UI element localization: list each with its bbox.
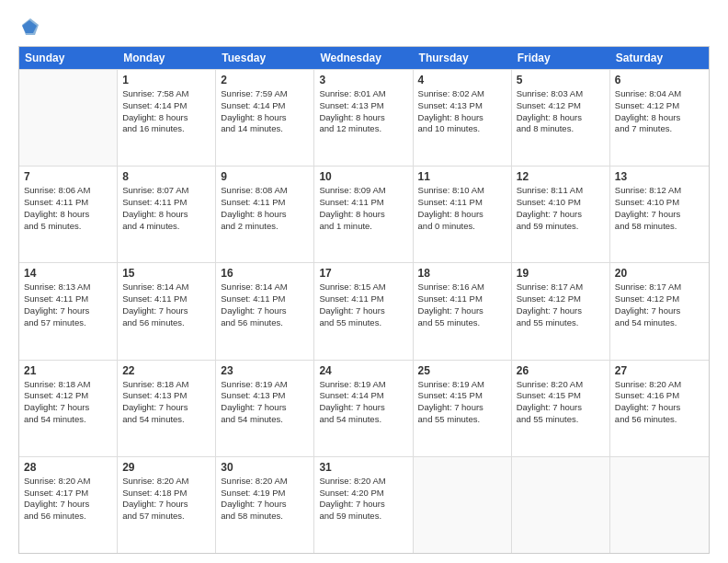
calendar-cell: 16Sunrise: 8:14 AMSunset: 4:11 PMDayligh… (216, 263, 314, 359)
day-number: 26 (517, 364, 605, 377)
header-day-wednesday: Wednesday (314, 47, 413, 69)
calendar-row-5: 28Sunrise: 8:20 AMSunset: 4:17 PMDayligh… (19, 456, 709, 553)
sunrise-text: Sunrise: 8:18 AM (122, 379, 210, 391)
sunrise-text: Sunrise: 7:59 AM (221, 88, 309, 100)
sunset-text: Sunset: 4:15 PM (517, 390, 605, 402)
daylight-text-2: and 7 minutes. (615, 123, 704, 135)
calendar-cell: 17Sunrise: 8:15 AMSunset: 4:11 PMDayligh… (314, 263, 413, 359)
sunset-text: Sunset: 4:13 PM (418, 100, 506, 112)
sunrise-text: Sunrise: 8:20 AM (221, 476, 309, 488)
sunrise-text: Sunrise: 8:03 AM (517, 88, 605, 100)
sunrise-text: Sunrise: 8:14 AM (122, 282, 210, 293)
calendar-cell: 7Sunrise: 8:06 AMSunset: 4:11 PMDaylight… (19, 167, 118, 262)
daylight-text-2: and 5 minutes. (24, 221, 112, 233)
day-number: 21 (24, 364, 112, 377)
calendar-cell: 24Sunrise: 8:19 AMSunset: 4:14 PMDayligh… (314, 361, 413, 456)
calendar-cell (414, 457, 512, 553)
day-number: 17 (319, 267, 407, 280)
daylight-text-2: and 56 minutes. (24, 511, 112, 523)
daylight-text-2: and 55 minutes. (517, 414, 605, 426)
daylight-text: Daylight: 7 hours (221, 499, 309, 511)
calendar-cell (512, 457, 610, 553)
daylight-text-2: and 59 minutes. (517, 221, 605, 233)
daylight-text-2: and 54 minutes. (615, 317, 704, 329)
calendar-cell: 31Sunrise: 8:20 AMSunset: 4:20 PMDayligh… (314, 457, 413, 553)
calendar: SundayMondayTuesdayWednesdayThursdayFrid… (18, 46, 710, 554)
sunset-text: Sunset: 4:15 PM (418, 390, 506, 402)
sunrise-text: Sunrise: 8:12 AM (615, 185, 704, 197)
sunset-text: Sunset: 4:12 PM (517, 100, 605, 112)
sunset-text: Sunset: 4:12 PM (24, 390, 112, 402)
daylight-text: Daylight: 7 hours (24, 402, 112, 414)
calendar-body: 1Sunrise: 7:58 AMSunset: 4:14 PMDaylight… (19, 69, 709, 553)
sunset-text: Sunset: 4:11 PM (319, 293, 407, 305)
sunset-text: Sunset: 4:12 PM (615, 100, 704, 112)
daylight-text-2: and 12 minutes. (319, 123, 407, 135)
daylight-text: Daylight: 7 hours (517, 402, 605, 414)
header (18, 17, 710, 37)
sunset-text: Sunset: 4:13 PM (221, 390, 309, 402)
calendar-cell: 14Sunrise: 8:13 AMSunset: 4:11 PMDayligh… (19, 263, 118, 359)
day-number: 30 (221, 461, 309, 474)
day-number: 31 (319, 461, 407, 474)
daylight-text-2: and 55 minutes. (418, 317, 506, 329)
day-number: 15 (122, 267, 210, 280)
day-number: 14 (24, 267, 112, 280)
daylight-text: Daylight: 7 hours (221, 305, 309, 317)
sunrise-text: Sunrise: 8:17 AM (517, 282, 605, 293)
sunset-text: Sunset: 4:12 PM (615, 293, 704, 305)
sunrise-text: Sunrise: 8:18 AM (24, 379, 112, 391)
calendar-cell: 9Sunrise: 8:08 AMSunset: 4:11 PMDaylight… (216, 167, 314, 262)
sunset-text: Sunset: 4:16 PM (615, 390, 704, 402)
sunrise-text: Sunrise: 8:20 AM (319, 476, 407, 488)
sunset-text: Sunset: 4:14 PM (122, 100, 210, 112)
day-number: 13 (615, 170, 704, 183)
calendar-row-1: 1Sunrise: 7:58 AMSunset: 4:14 PMDaylight… (19, 69, 709, 166)
calendar-cell: 6Sunrise: 8:04 AMSunset: 4:12 PMDaylight… (610, 70, 709, 166)
day-number: 7 (24, 170, 112, 183)
sunset-text: Sunset: 4:11 PM (319, 197, 407, 209)
sunset-text: Sunset: 4:11 PM (418, 293, 506, 305)
calendar-cell: 3Sunrise: 8:01 AMSunset: 4:13 PMDaylight… (314, 70, 413, 166)
daylight-text: Daylight: 7 hours (221, 402, 309, 414)
calendar-cell: 2Sunrise: 7:59 AMSunset: 4:14 PMDaylight… (216, 70, 314, 166)
daylight-text: Daylight: 7 hours (418, 305, 506, 317)
sunrise-text: Sunrise: 8:11 AM (517, 185, 605, 197)
header-day-saturday: Saturday (610, 47, 709, 69)
sunrise-text: Sunrise: 8:06 AM (24, 185, 112, 197)
daylight-text-2: and 54 minutes. (24, 414, 112, 426)
sunset-text: Sunset: 4:14 PM (319, 390, 407, 402)
daylight-text-2: and 8 minutes. (517, 123, 605, 135)
daylight-text: Daylight: 7 hours (319, 499, 407, 511)
daylight-text-2: and 56 minutes. (221, 317, 309, 329)
calendar-cell (610, 457, 709, 553)
daylight-text: Daylight: 7 hours (319, 402, 407, 414)
calendar-cell: 11Sunrise: 8:10 AMSunset: 4:11 PMDayligh… (414, 167, 512, 262)
daylight-text-2: and 56 minutes. (615, 414, 704, 426)
sunrise-text: Sunrise: 8:19 AM (418, 379, 506, 391)
day-number: 28 (24, 461, 112, 474)
sunset-text: Sunset: 4:17 PM (24, 488, 112, 500)
sunrise-text: Sunrise: 8:15 AM (319, 282, 407, 293)
calendar-cell: 20Sunrise: 8:17 AMSunset: 4:12 PMDayligh… (610, 263, 709, 359)
daylight-text: Daylight: 7 hours (615, 209, 704, 221)
sunrise-text: Sunrise: 8:04 AM (615, 88, 704, 100)
calendar-cell: 21Sunrise: 8:18 AMSunset: 4:12 PMDayligh… (19, 361, 118, 456)
day-number: 8 (122, 170, 210, 183)
sunrise-text: Sunrise: 8:08 AM (221, 185, 309, 197)
calendar-cell: 28Sunrise: 8:20 AMSunset: 4:17 PMDayligh… (19, 457, 118, 553)
daylight-text-2: and 56 minutes. (122, 317, 210, 329)
header-day-thursday: Thursday (414, 47, 512, 69)
daylight-text-2: and 57 minutes. (24, 317, 112, 329)
sunrise-text: Sunrise: 8:09 AM (319, 185, 407, 197)
daylight-text: Daylight: 7 hours (615, 402, 704, 414)
daylight-text: Daylight: 8 hours (122, 112, 210, 124)
calendar-cell: 12Sunrise: 8:11 AMSunset: 4:10 PMDayligh… (512, 167, 610, 262)
sunrise-text: Sunrise: 8:01 AM (319, 88, 407, 100)
daylight-text-2: and 59 minutes. (319, 511, 407, 523)
sunrise-text: Sunrise: 8:20 AM (24, 476, 112, 488)
daylight-text-2: and 55 minutes. (418, 414, 506, 426)
sunrise-text: Sunrise: 8:20 AM (615, 379, 704, 391)
daylight-text-2: and 54 minutes. (122, 414, 210, 426)
day-number: 2 (221, 74, 309, 86)
